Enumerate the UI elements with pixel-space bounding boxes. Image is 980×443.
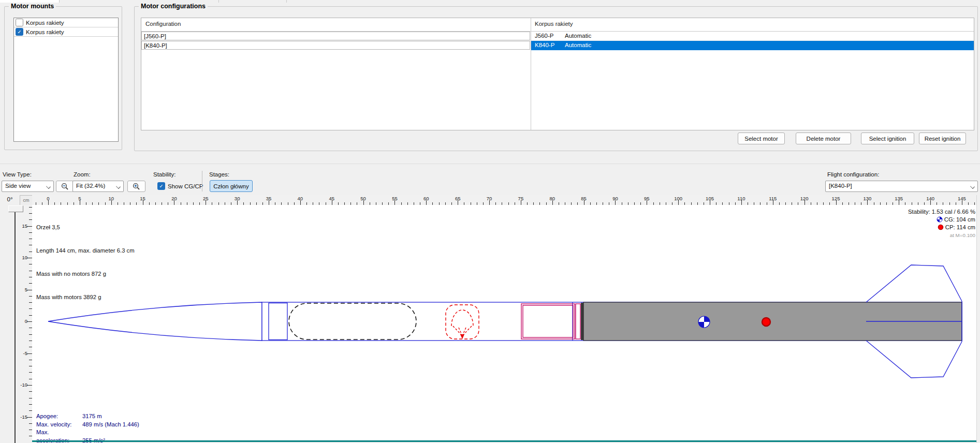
ruler-number: 100 [671, 196, 685, 201]
zoom-in-button[interactable] [127, 181, 145, 192]
motor-designation: J560-P [535, 33, 565, 39]
design-mass-motors: Mass with motors 3892 g [36, 293, 135, 301]
coupler-bulkhead[interactable] [269, 303, 287, 340]
design-length: Length 144 cm, max. diameter 6.3 cm [36, 247, 135, 255]
column-header-configuration[interactable]: Configuration [145, 21, 181, 27]
ruler-number: 110 [735, 196, 748, 201]
select-ignition-button[interactable]: Select ignition [861, 132, 914, 144]
zoom-label: Zoom: [74, 171, 91, 178]
chevron-down-icon [46, 184, 51, 189]
rotation-angle-indicator: 0° [1, 195, 19, 205]
right-edge-strip [976, 195, 980, 443]
flight-stat-value: 489 m/s (Mach 1.446) [82, 421, 139, 427]
design-name: Orzeł 3,5 [36, 224, 135, 231]
ruler-number: 60 [419, 196, 433, 201]
fin-bottom[interactable] [866, 341, 962, 378]
stage-toggle-button[interactable]: Człon główny [210, 180, 253, 192]
ruler-number: 125 [829, 196, 843, 201]
cp-value: CP: 114 cm [945, 224, 975, 230]
ignition-mode: Automatic [565, 33, 591, 39]
ruler-number: 45 [325, 196, 339, 201]
motor-mounts-title: Motor mounts [9, 3, 56, 10]
ruler-number: 90 [608, 196, 622, 201]
design-mass-empty: Mass with no motors 872 g [36, 270, 135, 278]
ruler-number: 35 [262, 196, 275, 201]
motor-mount-label: Korpus rakiety [26, 20, 64, 26]
cp-marker [762, 318, 770, 326]
design-info-block: Orzeł 3,5 Length 144 cm, max. diameter 6… [36, 208, 135, 317]
ruler-number: 115 [766, 196, 780, 201]
flight-stats-block: Apogee:3175 mMax. velocity:489 m/s (Mach… [36, 412, 139, 443]
ruler-number: 15 [136, 196, 150, 201]
motor-ignition-cell[interactable]: K840-PAutomatic [531, 41, 974, 50]
rotation-slider-track[interactable] [14, 211, 16, 443]
ruler-number: 145 [955, 196, 969, 201]
zoom-level-select[interactable]: Fit (32.4%) [72, 181, 124, 192]
chevron-down-icon [970, 184, 975, 189]
flight-stat-label: Apogee: [36, 412, 82, 421]
ruler-number: 105 [703, 196, 716, 201]
reset-ignition-button[interactable]: Reset ignition [919, 132, 966, 144]
toolbar-separator [202, 171, 202, 191]
ruler-number: 50 [357, 196, 370, 201]
configuration-name-cell[interactable]: [K840-P] [141, 41, 530, 50]
ruler-number: 15 [20, 223, 27, 229]
chevron-down-icon [116, 184, 121, 189]
motor-ignition-cell[interactable]: J560-PAutomatic [531, 32, 974, 41]
show-cgcp-checkbox[interactable]: ✓ Show CG/CP [156, 182, 203, 190]
rocket-side-view-drawing [32, 205, 976, 440]
configuration-row[interactable]: [K840-P]K840-PAutomatic [141, 41, 974, 50]
column-header-korpus-rakiety[interactable]: Korpus rakiety [535, 21, 573, 27]
view-type-value: Side view [5, 183, 31, 189]
tab-divider [286, 0, 287, 3]
motor-mount-row[interactable]: Korpus rakiety [14, 18, 118, 27]
configuration-row[interactable]: [J560-P]J560-PAutomatic [141, 32, 974, 41]
ruler-number: 55 [388, 196, 401, 201]
zoom-level-value: Fit (32.4%) [76, 183, 105, 189]
zoom-in-icon [133, 183, 140, 190]
table-header-row: Configuration Korpus rakiety [141, 18, 974, 32]
ruler-number: -10 [20, 382, 27, 388]
ruler-number: 10 [105, 196, 118, 201]
stages-label: Stages: [209, 171, 229, 178]
stability-info-block: Stability: 1.53 cal / 6.66 % CG: 104 cm … [813, 208, 975, 239]
view-type-select[interactable]: Side view [2, 181, 54, 192]
delete-motor-button[interactable]: Delete motor [796, 132, 851, 144]
zoom-out-button[interactable] [56, 181, 74, 192]
checkbox-checked-icon: ✓ [157, 182, 165, 190]
panel-divider [0, 164, 980, 164]
flight-stat-line: Max. velocity:489 m/s (Mach 1.446) [36, 421, 139, 429]
ruler-number: -15 [20, 414, 27, 420]
ruler-number: 0 [20, 318, 27, 324]
ruler-number: 120 [798, 196, 811, 201]
motor-mounts-list[interactable]: Korpus rakiety✓Korpus rakiety [13, 18, 119, 142]
rotation-slider-handle[interactable] [8, 205, 23, 212]
ruler-number: 75 [514, 196, 528, 201]
tab-divider [218, 0, 219, 3]
cg-icon [937, 216, 943, 223]
checkbox-unchecked-icon[interactable] [16, 19, 23, 26]
thrust-block[interactable] [581, 303, 583, 340]
motor-configurations-table[interactable]: Configuration Korpus rakiety [J560-P]J56… [141, 18, 974, 130]
flight-configuration-select[interactable]: [K840-P] [825, 181, 978, 192]
fin-top[interactable] [866, 265, 962, 302]
view-type-label: View Type: [3, 171, 32, 178]
ignition-mode: Automatic [565, 42, 591, 48]
flight-configuration-label: Flight configuration: [827, 171, 879, 178]
flight-stat-label: Max. velocity: [36, 421, 82, 429]
ruler-number: 65 [451, 196, 464, 201]
select-motor-button[interactable]: Select motor [738, 132, 785, 144]
ruler-number: 40 [294, 196, 307, 201]
checkbox-checked-icon[interactable]: ✓ [16, 28, 23, 36]
ruler-number: 5 [20, 287, 27, 292]
motor-mount-label: Korpus rakiety [26, 29, 64, 35]
ruler-number: 70 [482, 196, 496, 201]
ruler-number: 130 [860, 196, 874, 201]
ruler-number: 140 [924, 196, 937, 201]
vertical-ruler: -15-10-5051015 [20, 205, 32, 440]
ruler-number: 25 [199, 196, 212, 201]
motor-mount-row[interactable]: ✓Korpus rakiety [14, 27, 118, 37]
configuration-name-cell[interactable]: [J560-P] [141, 32, 530, 40]
ruler-unit-box: cm [20, 195, 33, 205]
ruler-number: 0 [41, 196, 55, 201]
